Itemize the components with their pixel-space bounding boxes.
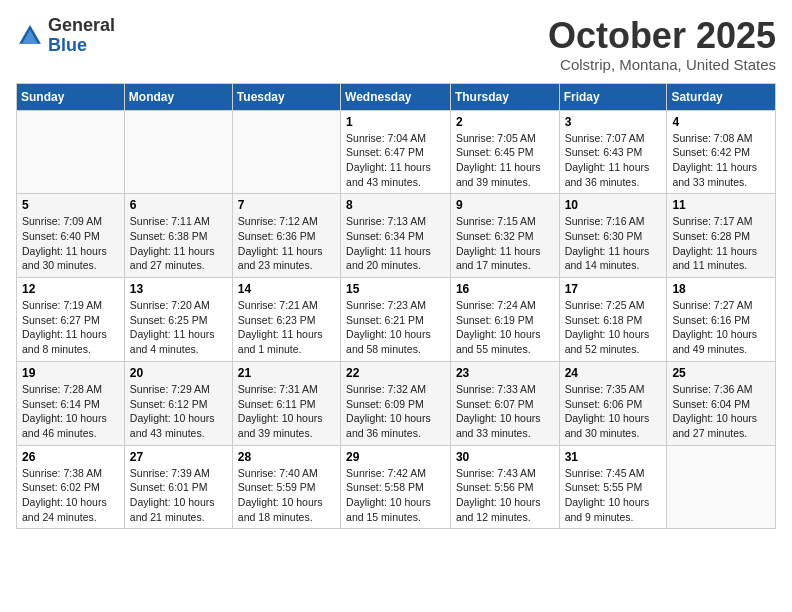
day-number: 17 — [565, 282, 662, 296]
day-info: Sunrise: 7:11 AM Sunset: 6:38 PM Dayligh… — [130, 214, 227, 273]
calendar-cell: 10Sunrise: 7:16 AM Sunset: 6:30 PM Dayli… — [559, 194, 667, 278]
calendar-cell: 9Sunrise: 7:15 AM Sunset: 6:32 PM Daylig… — [450, 194, 559, 278]
weekday-header-wednesday: Wednesday — [341, 83, 451, 110]
day-info: Sunrise: 7:08 AM Sunset: 6:42 PM Dayligh… — [672, 131, 770, 190]
day-info: Sunrise: 7:40 AM Sunset: 5:59 PM Dayligh… — [238, 466, 335, 525]
weekday-header-saturday: Saturday — [667, 83, 776, 110]
calendar-cell: 7Sunrise: 7:12 AM Sunset: 6:36 PM Daylig… — [232, 194, 340, 278]
calendar-cell: 20Sunrise: 7:29 AM Sunset: 6:12 PM Dayli… — [124, 361, 232, 445]
calendar-cell: 19Sunrise: 7:28 AM Sunset: 6:14 PM Dayli… — [17, 361, 125, 445]
week-row-4: 26Sunrise: 7:38 AM Sunset: 6:02 PM Dayli… — [17, 445, 776, 529]
calendar-cell: 18Sunrise: 7:27 AM Sunset: 6:16 PM Dayli… — [667, 278, 776, 362]
calendar-cell — [124, 110, 232, 194]
day-number: 3 — [565, 115, 662, 129]
day-number: 2 — [456, 115, 554, 129]
page-header: General Blue October 2025 Colstrip, Mont… — [16, 16, 776, 73]
calendar-cell: 13Sunrise: 7:20 AM Sunset: 6:25 PM Dayli… — [124, 278, 232, 362]
day-info: Sunrise: 7:29 AM Sunset: 6:12 PM Dayligh… — [130, 382, 227, 441]
calendar-cell: 25Sunrise: 7:36 AM Sunset: 6:04 PM Dayli… — [667, 361, 776, 445]
day-info: Sunrise: 7:17 AM Sunset: 6:28 PM Dayligh… — [672, 214, 770, 273]
calendar-cell: 16Sunrise: 7:24 AM Sunset: 6:19 PM Dayli… — [450, 278, 559, 362]
weekday-header-friday: Friday — [559, 83, 667, 110]
day-number: 25 — [672, 366, 770, 380]
day-info: Sunrise: 7:35 AM Sunset: 6:06 PM Dayligh… — [565, 382, 662, 441]
day-info: Sunrise: 7:13 AM Sunset: 6:34 PM Dayligh… — [346, 214, 445, 273]
calendar-cell: 12Sunrise: 7:19 AM Sunset: 6:27 PM Dayli… — [17, 278, 125, 362]
day-info: Sunrise: 7:15 AM Sunset: 6:32 PM Dayligh… — [456, 214, 554, 273]
day-info: Sunrise: 7:36 AM Sunset: 6:04 PM Dayligh… — [672, 382, 770, 441]
calendar-cell: 22Sunrise: 7:32 AM Sunset: 6:09 PM Dayli… — [341, 361, 451, 445]
calendar-cell: 26Sunrise: 7:38 AM Sunset: 6:02 PM Dayli… — [17, 445, 125, 529]
calendar-cell — [667, 445, 776, 529]
calendar-cell: 11Sunrise: 7:17 AM Sunset: 6:28 PM Dayli… — [667, 194, 776, 278]
day-info: Sunrise: 7:42 AM Sunset: 5:58 PM Dayligh… — [346, 466, 445, 525]
week-row-0: 1Sunrise: 7:04 AM Sunset: 6:47 PM Daylig… — [17, 110, 776, 194]
calendar-cell: 4Sunrise: 7:08 AM Sunset: 6:42 PM Daylig… — [667, 110, 776, 194]
calendar-cell: 8Sunrise: 7:13 AM Sunset: 6:34 PM Daylig… — [341, 194, 451, 278]
day-number: 13 — [130, 282, 227, 296]
calendar-table: SundayMondayTuesdayWednesdayThursdayFrid… — [16, 83, 776, 530]
calendar-cell: 6Sunrise: 7:11 AM Sunset: 6:38 PM Daylig… — [124, 194, 232, 278]
calendar-cell — [232, 110, 340, 194]
weekday-header-sunday: Sunday — [17, 83, 125, 110]
calendar-cell: 30Sunrise: 7:43 AM Sunset: 5:56 PM Dayli… — [450, 445, 559, 529]
day-number: 27 — [130, 450, 227, 464]
day-number: 22 — [346, 366, 445, 380]
logo-icon — [16, 22, 44, 50]
day-info: Sunrise: 7:21 AM Sunset: 6:23 PM Dayligh… — [238, 298, 335, 357]
day-number: 30 — [456, 450, 554, 464]
calendar-cell: 28Sunrise: 7:40 AM Sunset: 5:59 PM Dayli… — [232, 445, 340, 529]
calendar-subtitle: Colstrip, Montana, United States — [548, 56, 776, 73]
day-number: 9 — [456, 198, 554, 212]
calendar-cell: 2Sunrise: 7:05 AM Sunset: 6:45 PM Daylig… — [450, 110, 559, 194]
day-info: Sunrise: 7:16 AM Sunset: 6:30 PM Dayligh… — [565, 214, 662, 273]
calendar-cell: 3Sunrise: 7:07 AM Sunset: 6:43 PM Daylig… — [559, 110, 667, 194]
day-info: Sunrise: 7:24 AM Sunset: 6:19 PM Dayligh… — [456, 298, 554, 357]
calendar-cell: 24Sunrise: 7:35 AM Sunset: 6:06 PM Dayli… — [559, 361, 667, 445]
calendar-cell: 1Sunrise: 7:04 AM Sunset: 6:47 PM Daylig… — [341, 110, 451, 194]
day-number: 20 — [130, 366, 227, 380]
day-info: Sunrise: 7:38 AM Sunset: 6:02 PM Dayligh… — [22, 466, 119, 525]
day-number: 7 — [238, 198, 335, 212]
day-info: Sunrise: 7:09 AM Sunset: 6:40 PM Dayligh… — [22, 214, 119, 273]
day-number: 1 — [346, 115, 445, 129]
day-number: 6 — [130, 198, 227, 212]
calendar-title: October 2025 — [548, 16, 776, 56]
day-number: 8 — [346, 198, 445, 212]
day-number: 29 — [346, 450, 445, 464]
day-number: 28 — [238, 450, 335, 464]
calendar-cell: 23Sunrise: 7:33 AM Sunset: 6:07 PM Dayli… — [450, 361, 559, 445]
day-info: Sunrise: 7:27 AM Sunset: 6:16 PM Dayligh… — [672, 298, 770, 357]
title-block: October 2025 Colstrip, Montana, United S… — [548, 16, 776, 73]
day-info: Sunrise: 7:32 AM Sunset: 6:09 PM Dayligh… — [346, 382, 445, 441]
logo-text: General Blue — [48, 16, 115, 56]
calendar-cell: 5Sunrise: 7:09 AM Sunset: 6:40 PM Daylig… — [17, 194, 125, 278]
calendar-cell: 31Sunrise: 7:45 AM Sunset: 5:55 PM Dayli… — [559, 445, 667, 529]
weekday-header-thursday: Thursday — [450, 83, 559, 110]
day-number: 19 — [22, 366, 119, 380]
day-number: 5 — [22, 198, 119, 212]
day-info: Sunrise: 7:33 AM Sunset: 6:07 PM Dayligh… — [456, 382, 554, 441]
weekday-header-row: SundayMondayTuesdayWednesdayThursdayFrid… — [17, 83, 776, 110]
day-info: Sunrise: 7:28 AM Sunset: 6:14 PM Dayligh… — [22, 382, 119, 441]
day-number: 12 — [22, 282, 119, 296]
day-number: 18 — [672, 282, 770, 296]
day-info: Sunrise: 7:07 AM Sunset: 6:43 PM Dayligh… — [565, 131, 662, 190]
weekday-header-monday: Monday — [124, 83, 232, 110]
day-info: Sunrise: 7:12 AM Sunset: 6:36 PM Dayligh… — [238, 214, 335, 273]
calendar-cell: 17Sunrise: 7:25 AM Sunset: 6:18 PM Dayli… — [559, 278, 667, 362]
day-info: Sunrise: 7:39 AM Sunset: 6:01 PM Dayligh… — [130, 466, 227, 525]
week-row-2: 12Sunrise: 7:19 AM Sunset: 6:27 PM Dayli… — [17, 278, 776, 362]
day-number: 4 — [672, 115, 770, 129]
day-number: 21 — [238, 366, 335, 380]
day-info: Sunrise: 7:04 AM Sunset: 6:47 PM Dayligh… — [346, 131, 445, 190]
weekday-header-tuesday: Tuesday — [232, 83, 340, 110]
day-info: Sunrise: 7:23 AM Sunset: 6:21 PM Dayligh… — [346, 298, 445, 357]
day-info: Sunrise: 7:19 AM Sunset: 6:27 PM Dayligh… — [22, 298, 119, 357]
logo-blue-text: Blue — [48, 36, 115, 56]
day-info: Sunrise: 7:31 AM Sunset: 6:11 PM Dayligh… — [238, 382, 335, 441]
day-number: 14 — [238, 282, 335, 296]
day-number: 10 — [565, 198, 662, 212]
day-info: Sunrise: 7:25 AM Sunset: 6:18 PM Dayligh… — [565, 298, 662, 357]
calendar-cell — [17, 110, 125, 194]
